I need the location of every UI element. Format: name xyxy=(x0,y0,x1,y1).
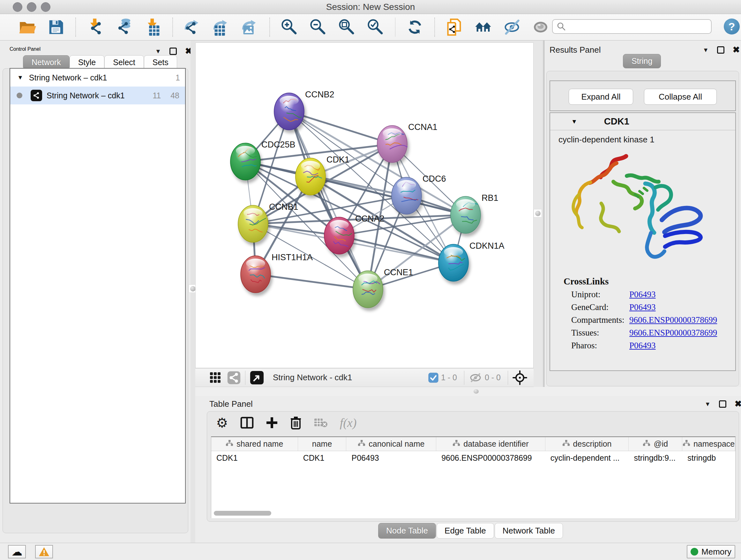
panel-menu-caret-icon[interactable]: ▼ xyxy=(155,48,161,54)
table-menu-caret-icon[interactable]: ▼ xyxy=(704,401,711,407)
network-node-ccne1[interactable]: CCNE1 xyxy=(353,267,413,308)
tab-network[interactable]: Network xyxy=(23,55,70,70)
hidden-eye-icon[interactable] xyxy=(469,372,482,383)
search-input[interactable] xyxy=(566,22,703,31)
column-header-namespace[interactable]: namespace xyxy=(682,437,735,451)
table-float-icon[interactable] xyxy=(719,400,726,408)
network-node-hist1h1a[interactable]: HIST1H1A xyxy=(241,253,313,293)
export-network-icon[interactable] xyxy=(183,17,202,37)
import-table-icon[interactable] xyxy=(143,17,163,37)
zoom-out-icon[interactable] xyxy=(308,17,328,37)
tab-select[interactable]: Select xyxy=(105,55,144,70)
network-tree-child-row[interactable]: String Network – cdk1 11 48 xyxy=(10,86,185,105)
collapse-all-button[interactable]: Collapse All xyxy=(644,89,717,105)
network-node-ccna1[interactable]: CCNA1 xyxy=(377,122,437,163)
add-column-icon[interactable] xyxy=(266,417,278,429)
tab-string[interactable]: String xyxy=(623,54,661,68)
network-node-ccnb2[interactable]: CCNB2 xyxy=(274,90,334,130)
import-database-icon[interactable] xyxy=(114,17,134,37)
node-label: CDKN1A xyxy=(469,241,504,251)
tab-edge-table[interactable]: Edge Table xyxy=(436,523,494,539)
entry-collapse-caret-icon[interactable]: ▼ xyxy=(571,118,577,125)
results-menu-caret-icon[interactable]: ▼ xyxy=(703,47,709,53)
status-bar: ☁ Memory xyxy=(0,543,741,560)
zoom-selected-icon[interactable] xyxy=(366,17,386,37)
export-table-icon[interactable] xyxy=(211,17,231,37)
home-icon[interactable] xyxy=(473,17,493,37)
horizontal-splitter[interactable] xyxy=(195,387,741,396)
expand-all-button[interactable]: Expand All xyxy=(569,89,633,105)
warning-icon xyxy=(38,547,50,557)
zoom-fit-icon[interactable] xyxy=(337,17,357,37)
open-in-window-icon[interactable] xyxy=(250,371,264,385)
table-cell[interactable]: cyclin-dependent ... xyxy=(545,451,629,465)
crosslink-link[interactable]: P06493 xyxy=(629,341,656,351)
crosslink-link[interactable]: 9606.ENSP00000378699 xyxy=(629,315,717,325)
right-splitter-handle[interactable] xyxy=(534,209,542,217)
network-share-icon[interactable] xyxy=(227,371,241,384)
left-splitter[interactable] xyxy=(191,41,195,543)
cloud-button[interactable]: ☁ xyxy=(8,545,26,558)
crosslink-link[interactable]: 9606.ENSP00000378699 xyxy=(629,328,717,338)
tab-style[interactable]: Style xyxy=(70,55,105,70)
column-header-shared-name[interactable]: shared name xyxy=(211,437,298,451)
float-panel-icon[interactable] xyxy=(170,48,177,55)
crosslink-link[interactable]: P06493 xyxy=(629,302,656,312)
import-network-icon[interactable] xyxy=(85,17,105,37)
crosslink-label: Pharos: xyxy=(571,341,629,351)
horizontal-splitter-handle[interactable] xyxy=(474,389,479,394)
network-node-rb1[interactable]: RB1 xyxy=(451,193,498,233)
tab-sets[interactable]: Sets xyxy=(144,55,177,70)
tab-node-table[interactable]: Node Table xyxy=(378,523,436,539)
open-session-icon[interactable] xyxy=(17,17,37,37)
network-node-cdk1[interactable]: CDK1 xyxy=(295,155,349,195)
network-edges[interactable] xyxy=(246,111,466,289)
network-tree-root-row[interactable]: ▼ String Network – cdk1 1 xyxy=(10,69,185,86)
warnings-button[interactable] xyxy=(35,545,53,558)
memory-button[interactable]: Memory xyxy=(687,545,735,558)
right-splitter[interactable] xyxy=(534,41,544,387)
network-canvas[interactable]: CCNB2CCNA1CDC25BCDK1CDC6RB1CCNB1CCNA2CDK… xyxy=(195,43,534,368)
node-entry-header[interactable]: ▼ CDK1 xyxy=(550,113,735,130)
table-cell[interactable]: stringdb:9... xyxy=(629,451,682,465)
grid-view-icon[interactable] xyxy=(209,372,221,384)
table-cell[interactable]: P06493 xyxy=(347,451,436,465)
save-session-icon[interactable] xyxy=(46,17,66,37)
results-close-icon[interactable]: ✖ xyxy=(733,46,740,54)
table-cell[interactable]: CDK1 xyxy=(211,451,298,465)
node-label: CCNA1 xyxy=(408,122,437,132)
table-row[interactable]: CDK1CDK1P064939606.ENSP00000378699cyclin… xyxy=(211,451,735,465)
column-header--id[interactable]: @id xyxy=(629,437,682,451)
table-cell[interactable]: 9606.ENSP00000378699 xyxy=(436,451,545,465)
column-header-name[interactable]: name xyxy=(298,437,347,451)
function-builder-icon[interactable]: f(x) xyxy=(340,416,357,430)
node-table[interactable]: shared namenamecanonical namedatabase id… xyxy=(211,436,736,518)
search-box[interactable] xyxy=(552,19,712,34)
table-cell[interactable]: CDK1 xyxy=(298,451,347,465)
column-header-canonical-name[interactable]: canonical name xyxy=(346,437,436,451)
column-header-database-identifier[interactable]: database identifier xyxy=(436,437,545,451)
refresh-icon[interactable] xyxy=(405,17,425,37)
delete-column-icon[interactable] xyxy=(290,416,301,429)
fit-position-crosshair-icon[interactable] xyxy=(513,370,527,385)
share-document-icon[interactable] xyxy=(445,17,464,37)
hide-selected-icon[interactable] xyxy=(502,17,522,37)
crosslink-row: GeneCard:P06493 xyxy=(571,302,735,312)
network-node-cdkn1a[interactable]: CDKN1A xyxy=(439,241,504,281)
table-options-gear-icon[interactable]: ⚙ xyxy=(216,415,228,431)
crosslink-link[interactable]: P06493 xyxy=(629,290,656,300)
delete-table-icon[interactable] xyxy=(314,417,328,428)
results-float-icon[interactable] xyxy=(717,46,724,54)
show-columns-icon[interactable] xyxy=(240,417,254,429)
table-cell[interactable]: stringdb xyxy=(682,451,735,465)
zoom-in-icon[interactable] xyxy=(280,17,299,37)
tab-network-table[interactable]: Network Table xyxy=(495,523,563,539)
selected-checkbox-icon[interactable] xyxy=(428,373,439,383)
export-image-icon[interactable] xyxy=(240,17,260,37)
table-close-icon[interactable]: ✖ xyxy=(735,400,741,408)
show-all-icon[interactable] xyxy=(531,17,550,37)
help-button[interactable]: ? xyxy=(724,18,740,35)
table-hscrollbar[interactable] xyxy=(214,511,271,516)
column-header-description[interactable]: description xyxy=(545,437,629,451)
tree-expand-caret-icon[interactable]: ▼ xyxy=(17,74,23,81)
